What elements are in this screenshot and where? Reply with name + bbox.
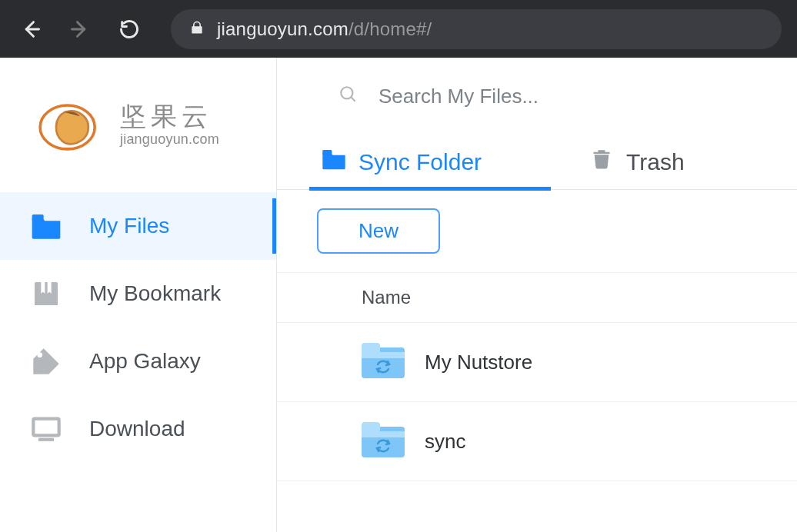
sync-folder-icon — [362, 422, 405, 461]
column-header-name[interactable]: Name — [277, 273, 797, 323]
search-input[interactable] — [378, 85, 702, 108]
url-text: jianguoyun.com/d/home#/ — [217, 18, 432, 40]
url-bar[interactable]: jianguoyun.com/d/home#/ — [171, 9, 782, 49]
svg-line-8 — [351, 97, 355, 101]
tag-icon — [31, 346, 62, 377]
svg-rect-11 — [362, 343, 380, 354]
monitor-icon — [31, 414, 62, 444]
sidebar-item-my-files[interactable]: My Files — [0, 192, 276, 260]
main-content: Sync Folder Trash New Name My Nutstore — [277, 58, 797, 532]
search-icon — [338, 85, 358, 108]
browser-bar: jianguoyun.com/d/home#/ — [0, 0, 797, 58]
logo-en: jianguoyun.com — [120, 131, 219, 148]
svg-rect-5 — [33, 419, 58, 436]
app-shell: 坚果云 jianguoyun.com My Files My Bookmark — [0, 58, 797, 532]
svg-rect-15 — [362, 431, 405, 437]
svg-point-7 — [341, 87, 352, 98]
sidebar-items: My Files My Bookmark App Galaxy Download — [0, 192, 276, 463]
sidebar-item-label: App Galaxy — [89, 349, 201, 374]
file-name: My Nutstore — [425, 351, 532, 374]
sidebar: 坚果云 jianguoyun.com My Files My Bookmark — [0, 58, 277, 532]
file-row[interactable]: My Nutstore — [277, 323, 797, 402]
logo-cn: 坚果云 — [120, 102, 219, 131]
back-button[interactable] — [15, 14, 46, 45]
file-name: sync — [425, 430, 465, 454]
logo-text: 坚果云 jianguoyun.com — [120, 102, 219, 147]
new-button[interactable]: New — [317, 208, 440, 254]
svg-rect-14 — [362, 422, 380, 433]
tab-label: Sync Folder — [358, 149, 482, 175]
svg-rect-6 — [38, 438, 54, 441]
logo[interactable]: 坚果云 jianguoyun.com — [0, 58, 276, 192]
sidebar-item-label: My Files — [89, 214, 169, 238]
url-host: jianguoyun.com — [217, 18, 348, 39]
tab-sync-folder[interactable]: Sync Folder — [314, 139, 489, 189]
sidebar-item-app-galaxy[interactable]: App Galaxy — [0, 328, 276, 395]
sync-folder-icon — [362, 343, 405, 381]
lock-icon — [189, 19, 205, 39]
forward-button[interactable] — [65, 14, 95, 45]
folder-icon — [31, 211, 62, 241]
reload-button[interactable] — [114, 14, 145, 45]
trash-icon — [589, 148, 614, 175]
sidebar-item-label: My Bookmark — [89, 281, 221, 306]
folder-icon — [322, 148, 346, 175]
file-row[interactable]: sync — [277, 402, 797, 481]
svg-rect-3 — [32, 214, 44, 221]
tab-label: Trash — [626, 149, 685, 175]
url-path: /d/home#/ — [348, 18, 432, 39]
nut-logo-icon — [37, 93, 106, 158]
tabs: Sync Folder Trash — [277, 139, 797, 190]
sidebar-item-my-bookmark[interactable]: My Bookmark — [0, 260, 276, 328]
bookmark-icon — [31, 278, 62, 309]
svg-rect-9 — [322, 150, 332, 155]
sidebar-item-label: Download — [89, 417, 185, 441]
sidebar-item-download[interactable]: Download — [0, 395, 276, 463]
tab-trash[interactable]: Trash — [582, 139, 692, 189]
toolbar-row: New — [277, 190, 797, 273]
svg-rect-12 — [362, 352, 405, 358]
search-row — [277, 58, 797, 135]
svg-point-4 — [37, 352, 42, 357]
